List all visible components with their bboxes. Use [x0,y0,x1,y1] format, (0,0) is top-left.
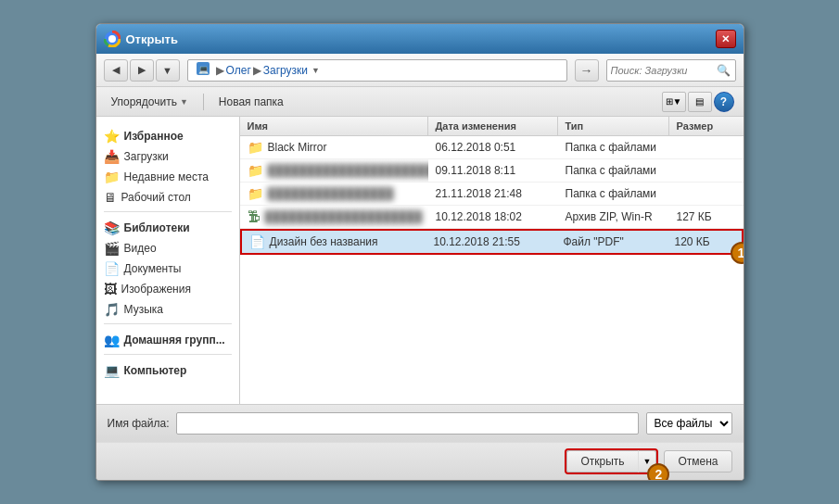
folder-icon: 📁 [248,186,263,201]
breadcrumb-bar[interactable]: 💻 ▶ Олег ▶ Загрузки ▼ [187,59,567,82]
downloads-icon: 📥 [104,149,120,164]
view-pane-button[interactable]: ▤ [688,92,712,112]
cancel-button[interactable]: Отмена [664,450,731,472]
file-name-blurred: ██████████████████████████ [268,164,428,177]
sidebar-header-favorites: ⭐ Избранное [96,126,239,146]
sidebar-item-recent[interactable]: 📁 Недавние места [96,167,239,187]
go-button[interactable]: → [575,59,599,82]
view-buttons: ⊞▼ ▤ ? [662,92,734,112]
search-icon[interactable]: 🔍 [717,64,731,77]
organize-dropdown-icon: ▼ [180,97,188,107]
title-bar-buttons: ✕ [716,30,736,48]
open-button-group: Открыть ▼ 2 [565,448,658,474]
sidebar-item-documents[interactable]: 📄 Документы [96,258,239,279]
title-bar-left: Открыть [104,31,178,47]
table-row[interactable]: 📁 Black Mirror 06.12.2018 0:51 Папка с ф… [240,136,744,159]
breadcrumb-part1[interactable]: Олег [226,64,251,77]
file-date-cell: 10.12.2018 21:55 [426,231,556,253]
dialog-title: Открыть [126,32,178,46]
header-size[interactable]: Размер [669,117,744,135]
desktop-icon: 🖥 [104,190,117,205]
sidebar-item-homegroup[interactable]: 👥 Домашняя групп... [96,330,239,350]
sidebar-section-favorites: ⭐ Избранное 📥 Загрузки 📁 Недавние места … [96,126,239,208]
sidebar: ⭐ Избранное 📥 Загрузки 📁 Недавние места … [96,117,240,404]
file-list-area: Имя Дата изменения Тип Размер 📁 Black Mi… [240,117,744,404]
file-name: Black Mirror [268,141,327,154]
table-row[interactable]: 📁 ████████████████ 21.11.2018 21:48 Папк… [240,183,744,206]
file-type-cell: Архив ZIP, Win-R [558,206,669,228]
sidebar-label-desktop: Рабочий стол [121,191,191,204]
view-icons-button[interactable]: ⊞▼ [662,92,686,112]
file-name-cell: 📄 Дизайн без названия [242,231,426,253]
sidebar-item-computer[interactable]: 💻 Компьютер [96,360,239,381]
chrome-icon [104,31,121,47]
filename-input[interactable] [176,412,638,435]
badge-1: 1 [731,242,744,264]
forward-button[interactable]: ▶ [130,59,154,82]
library-icon: 📚 [104,220,120,235]
file-name-cell: 📁 Black Mirror [240,136,428,158]
sidebar-item-music[interactable]: 🎵 Музыка [96,299,239,320]
badge-2-label: 2 [655,467,663,481]
table-row[interactable]: 📄 Дизайн без названия 10.12.2018 21:55 Ф… [240,229,744,255]
header-type[interactable]: Тип [558,117,669,135]
organize-label: Упорядочить [111,95,177,108]
folder-icon: 📁 [248,163,263,178]
table-row[interactable]: 🗜 ████████████████████ 10.12.2018 18:02 … [240,206,744,229]
file-name-cell: 🗜 ████████████████████ [240,206,428,228]
file-date-cell: 06.12.2018 0:51 [428,136,558,158]
back-button[interactable]: ◀ [104,59,128,82]
file-type-cell: Файл "PDF" [556,231,667,253]
filename-label: Имя файла: [108,417,170,430]
organize-button[interactable]: Упорядочить ▼ [106,94,194,110]
action-bar: Упорядочить ▼ Новая папка ⊞▼ ▤ ? [96,87,744,117]
close-button[interactable]: ✕ [716,30,736,48]
breadcrumb-part2[interactable]: Загрузки [263,64,308,77]
title-bar: Открыть ✕ [96,24,744,54]
sidebar-item-images[interactable]: 🖼 Изображения [96,279,239,299]
header-date[interactable]: Дата изменения [428,117,558,135]
file-name-blurred: ████████████████ [268,187,394,200]
main-area: ⭐ Избранное 📥 Загрузки 📁 Недавние места … [96,117,744,404]
filetype-select[interactable]: Все файлы [646,412,732,435]
zip-icon: 🗜 [248,209,261,224]
file-size-cell [669,136,744,158]
file-type-cell: Папка с файлами [558,159,669,182]
file-name: Дизайн без названия [270,235,378,248]
file-name-cell: 📁 ██████████████████████████ [240,159,428,182]
documents-icon: 📄 [104,261,120,276]
action-buttons-bar: Открыть ▼ 2 Отмена [96,442,744,480]
search-bar: 🔍 [606,59,736,82]
sidebar-item-downloads[interactable]: 📥 Загрузки [96,146,239,167]
file-size-cell [669,183,744,205]
new-folder-button[interactable]: Новая папка [213,94,289,110]
help-button[interactable]: ? [714,92,734,112]
images-icon: 🖼 [104,282,117,296]
table-row[interactable]: 📁 ██████████████████████████ 09.11.2018 … [240,159,744,183]
breadcrumb-dropdown[interactable]: ▼ [311,66,320,75]
filename-bar: Имя файла: Все файлы [96,404,744,442]
sidebar-divider-1 [104,211,232,212]
sidebar-section-libraries: 📚 Библиотеки 🎬 Видео 📄 Документы 🖼 Изобр… [96,218,239,320]
toolbar-divider [203,94,204,110]
open-button[interactable]: Открыть [566,450,637,472]
sidebar-label-libraries: Библиотеки [124,221,190,234]
breadcrumb-icon: 💻 [196,61,210,79]
sidebar-label-favorites: Избранное [124,130,184,143]
file-size-cell: 127 КБ [669,206,744,228]
file-size-cell [669,159,744,182]
file-list-header: Имя Дата изменения Тип Размер [240,117,744,136]
sidebar-item-video[interactable]: 🎬 Видео [96,238,239,258]
down-button[interactable]: ▼ [156,59,180,82]
sidebar-divider-3 [104,354,232,355]
file-name-blurred: ████████████████████ [265,210,423,223]
svg-text:💻: 💻 [198,64,210,75]
navigation-toolbar: ◀ ▶ ▼ 💻 ▶ Олег ▶ Загрузки ▼ → 🔍 [96,54,744,87]
sidebar-item-desktop[interactable]: 🖥 Рабочий стол [96,187,239,208]
file-date-cell: 21.11.2018 21:48 [428,183,558,205]
header-name[interactable]: Имя [240,117,428,135]
sidebar-label-images: Изображения [121,283,191,296]
badge-1-label: 1 [738,246,744,260]
star-icon: ⭐ [104,129,120,144]
search-input[interactable] [611,65,713,76]
